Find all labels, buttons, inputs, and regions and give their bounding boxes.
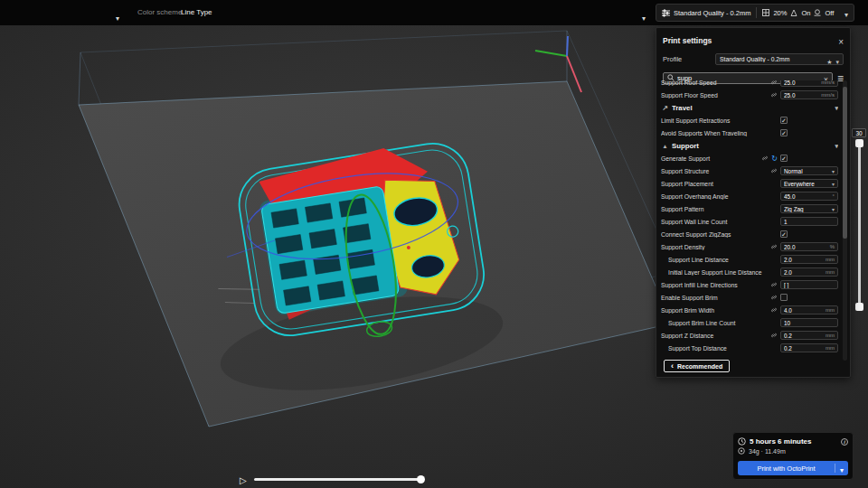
setting-row-initial-layer-support-line-distance: Initial Layer Support Line Distance2.0mm xyxy=(661,266,838,278)
checkbox[interactable] xyxy=(780,230,788,238)
view-dropdown-chevron-icon[interactable] xyxy=(642,8,646,24)
setup-profile: Standard Quality - 0.2mm xyxy=(674,9,750,17)
value-field[interactable]: [ ] xyxy=(780,280,838,289)
revert-icon[interactable] xyxy=(771,155,778,163)
chevron-down-icon xyxy=(835,142,838,150)
dropdown[interactable]: Everywhere xyxy=(780,179,838,188)
link-icon xyxy=(770,80,778,86)
setting-label: Support Floor Speed xyxy=(661,92,768,99)
setting-row-support-brim-line-count: Support Brim Line Count10 xyxy=(661,316,838,329)
value-field[interactable]: 2.0mm xyxy=(780,267,838,277)
star-icon[interactable] xyxy=(826,52,832,68)
link-icon xyxy=(770,91,778,99)
setting-row-support-infill-line-directions: Support Infill Line Directions[ ] xyxy=(661,278,838,291)
setting-row-support-top-distance: Support Top Distance0.2mm xyxy=(661,342,838,354)
settings-category-support[interactable]: Support xyxy=(661,139,838,152)
chevron-down-icon[interactable] xyxy=(844,5,848,21)
setting-label: Enable Support Brim xyxy=(661,295,768,301)
support-category-icon xyxy=(661,142,669,150)
close-icon[interactable] xyxy=(838,33,844,49)
setting-label: Generate Support xyxy=(661,155,759,162)
dropdown[interactable]: Normal xyxy=(780,166,838,175)
setting-label: Support Brim Width xyxy=(661,307,768,314)
setting-label: Support Line Distance xyxy=(661,257,778,263)
panel-scrollbar[interactable] xyxy=(843,80,847,361)
chevron-down-icon[interactable] xyxy=(835,460,848,476)
link-icon xyxy=(770,167,778,174)
settings-list: Support Roof Speed25.0mm/sSupport Floor … xyxy=(661,80,838,354)
support-icon xyxy=(790,9,797,16)
value-field[interactable]: 1 xyxy=(780,217,838,226)
recommended-button[interactable]: Recommended xyxy=(664,360,730,372)
value-field[interactable]: 2.0mm xyxy=(780,255,838,264)
setting-row-support-pattern: Support PatternZig Zag xyxy=(661,202,838,215)
setting-row-support-wall-line-count: Support Wall Line Count1 xyxy=(661,215,838,228)
color-scheme-label: Color scheme xyxy=(137,8,182,16)
chevron-down-icon xyxy=(835,52,839,68)
divider xyxy=(756,7,757,18)
value-field[interactable]: 25.0mm/s xyxy=(780,80,838,87)
value-field[interactable]: 25.0mm/s xyxy=(780,90,838,99)
setting-row-limit-support-retractions: Limit Support Retractions xyxy=(661,114,838,127)
setup-adhesion: Off xyxy=(825,9,834,17)
panel-title: Print settings xyxy=(663,36,712,45)
layer-slider[interactable]: 30 xyxy=(852,128,868,318)
chevron-down-icon xyxy=(835,104,838,112)
panel-scrollbar-thumb[interactable] xyxy=(843,87,847,239)
print-settings-panel: Print settings Profile Standard Quality … xyxy=(656,27,851,378)
chevron-down-icon xyxy=(832,168,835,174)
printer-dropdown-chevron-icon[interactable] xyxy=(116,8,119,24)
simulation-slider-handle[interactable] xyxy=(417,475,425,483)
layer-value-box: 30 xyxy=(852,128,866,137)
checkbox[interactable] xyxy=(780,117,788,124)
material-icon xyxy=(738,447,745,455)
setting-row-support-line-distance: Support Line Distance2.0mm xyxy=(661,253,838,266)
play-icon[interactable] xyxy=(240,471,247,487)
value-field[interactable]: 10 xyxy=(780,318,838,327)
setting-label: Avoid Supports When Traveling xyxy=(661,130,778,136)
chevron-down-icon xyxy=(832,206,835,212)
setting-label: Support Infill Line Directions xyxy=(661,282,768,288)
setting-label: Support Pattern xyxy=(661,206,778,212)
value-field[interactable]: 45.0° xyxy=(780,192,838,201)
setting-label: Limit Support Retractions xyxy=(661,117,778,124)
sliders-icon xyxy=(662,9,670,17)
setup-support: On xyxy=(801,9,810,17)
setting-row-avoid-supports-when-traveling: Avoid Supports When Traveling xyxy=(661,127,838,139)
category-label: Travel xyxy=(672,104,832,112)
layer-slider-track[interactable] xyxy=(858,141,861,309)
checkbox[interactable] xyxy=(780,294,788,301)
infill-icon xyxy=(762,9,769,16)
info-icon[interactable] xyxy=(841,438,848,446)
setting-label: Support Z Distance xyxy=(661,333,768,339)
chevron-down-icon xyxy=(832,181,835,187)
print-button[interactable]: Print with OctoPrint xyxy=(738,461,848,475)
checkbox[interactable] xyxy=(780,129,788,136)
color-scheme-dropdown[interactable]: Line Type xyxy=(181,8,212,16)
print-setup-summary[interactable]: Standard Quality - 0.2mm 20% On Off xyxy=(656,4,854,22)
checkbox[interactable] xyxy=(780,155,788,162)
support-lattice xyxy=(261,186,400,314)
layer-slider-handle-top[interactable] xyxy=(855,139,863,147)
layer-slider-handle-bottom[interactable] xyxy=(855,303,863,311)
value-field[interactable]: 20.0% xyxy=(780,242,838,251)
setting-row-support-overhang-angle: Support Overhang Angle45.0° xyxy=(661,190,838,202)
setting-label: Support Wall Line Count xyxy=(661,219,778,225)
simulation-slider-track[interactable] xyxy=(254,478,421,481)
dropdown[interactable]: Zig Zag xyxy=(780,204,838,213)
settings-category-travel[interactable]: Travel xyxy=(661,101,838,114)
value-field[interactable]: 4.0mm xyxy=(780,305,838,314)
value-field[interactable]: 0.2mm xyxy=(780,331,838,340)
profile-dropdown[interactable]: Standard Quality - 0.2mm xyxy=(715,53,844,65)
clock-icon xyxy=(738,437,746,446)
setting-row-enable-support-brim: Enable Support Brim xyxy=(661,291,838,304)
setting-row-support-brim-width: Support Brim Width4.0mm xyxy=(661,304,838,316)
link-icon xyxy=(770,306,778,314)
link-icon xyxy=(770,243,778,250)
setting-label: Support Density xyxy=(661,244,768,250)
settings-list-viewport: Support Roof Speed25.0mm/sSupport Floor … xyxy=(661,80,838,360)
setting-label: Support Brim Line Count xyxy=(661,320,778,326)
adhesion-icon xyxy=(814,9,821,16)
setting-label: Initial Layer Support Line Distance xyxy=(661,269,778,276)
value-field[interactable]: 0.2mm xyxy=(780,343,838,352)
